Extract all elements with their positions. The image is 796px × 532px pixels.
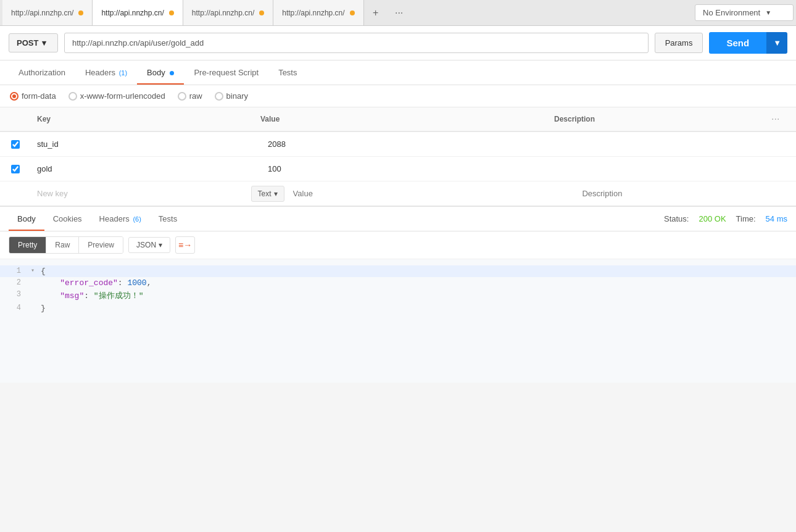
format-tab-preview[interactable]: Preview <box>79 237 123 253</box>
body-type-bar: form-data x-www-form-urlencoded raw bina… <box>0 85 796 107</box>
response-tab-cookies[interactable]: Cookies <box>44 207 91 231</box>
params-table-header: Key Value Description ··· <box>0 107 796 131</box>
col-value-header: Value <box>254 111 548 127</box>
headers-badge: (1) <box>119 69 127 77</box>
response-tab-headers[interactable]: Headers (6) <box>91 207 150 231</box>
urlencoded-label: x-www-form-urlencoded <box>80 91 165 101</box>
time-label: Time: <box>736 214 756 223</box>
line-content-3: "msg": "操作成功！" <box>41 290 143 301</box>
tab-3[interactable]: http://api.nnzhp.cn/ <box>183 0 273 25</box>
tab-body[interactable]: Body <box>137 60 184 85</box>
wrap-button[interactable]: ≡→ <box>175 236 195 254</box>
response-section: Body Cookies Headers (6) Tests Status: 2… <box>0 206 796 383</box>
tab-2[interactable]: http://api.nnzhp.cn/ <box>93 0 183 25</box>
headers-label: Headers <box>85 68 115 77</box>
row2-value: 100 <box>262 162 565 176</box>
url-input[interactable] <box>64 33 649 53</box>
response-tests-label: Tests <box>159 214 177 223</box>
tab-3-dot <box>259 10 264 15</box>
line-content-1: { <box>41 267 46 276</box>
line-content-2: "error_code": 1000, <box>41 278 151 288</box>
row1-checkbox[interactable] <box>11 140 20 149</box>
response-tab-body[interactable]: Body <box>9 207 44 231</box>
tab-1[interactable]: http://api.nnzhp.cn/ <box>2 0 93 25</box>
row1-value: 2088 <box>262 137 565 151</box>
radio-form-data-circle <box>10 92 19 101</box>
radio-raw[interactable]: raw <box>178 91 202 101</box>
method-chevron-icon: ▾ <box>42 38 46 48</box>
response-headers-label: Headers <box>99 214 130 223</box>
code-line-4: 4 } <box>0 302 796 314</box>
col-actions-header: ··· <box>771 114 796 125</box>
tab-tests[interactable]: Tests <box>268 60 307 85</box>
tab-2-label: http://api.nnzhp.cn/ <box>101 9 164 17</box>
body-label: Body <box>147 68 165 77</box>
code-viewer: 1 ▾ { 2 "error_code": 1000, 3 "msg": "操作… <box>0 259 796 383</box>
env-dropdown-button[interactable]: No Environment ▼ <box>695 4 794 21</box>
format-tab-raw[interactable]: Raw <box>46 237 79 253</box>
sub-nav: Authorization Headers (1) Body Pre-reque… <box>0 60 796 85</box>
binary-label: binary <box>226 91 248 101</box>
authorization-label: Authorization <box>19 68 65 77</box>
tab-2-dot <box>169 10 174 15</box>
send-button[interactable]: Send <box>709 32 766 54</box>
new-key-input[interactable] <box>31 185 251 202</box>
tab-4[interactable]: http://api.nnzhp.cn/ <box>273 0 363 25</box>
tab-authorization[interactable]: Authorization <box>9 60 75 85</box>
environment-selector: No Environment ▼ <box>695 4 794 21</box>
params-button[interactable]: Params <box>655 33 703 53</box>
new-key-row: Text ▾ <box>0 181 796 206</box>
status-value: 200 OK <box>699 214 726 223</box>
send-button-group: Send ▼ <box>709 32 787 54</box>
row2-desc <box>565 167 796 172</box>
radio-binary[interactable]: binary <box>215 91 248 101</box>
more-tabs-button[interactable]: ··· <box>390 4 408 22</box>
line-num-3: 3 <box>0 290 31 299</box>
line-num-1: 1 <box>0 267 31 275</box>
format-type-button[interactable]: JSON ▾ <box>128 237 170 253</box>
tab-4-label: http://api.nnzhp.cn/ <box>282 9 344 17</box>
code-line-1: 1 ▾ { <box>0 265 796 277</box>
line-content-4: } <box>41 304 46 313</box>
tab-actions: + ··· <box>367 4 408 22</box>
status-label: Status: <box>664 214 689 223</box>
row2-checkbox[interactable] <box>11 165 20 173</box>
table-row: stu_id 2088 <box>0 132 796 157</box>
col-key-header: Key <box>31 111 254 127</box>
line-num-2: 2 <box>0 278 31 287</box>
code-line-3: 3 "msg": "操作成功！" <box>0 289 796 302</box>
env-chevron-icon: ▼ <box>765 9 771 16</box>
type-select-button[interactable]: Text ▾ <box>251 186 284 202</box>
radio-form-data[interactable]: form-data <box>10 91 56 101</box>
tab-headers[interactable]: Headers (1) <box>75 60 137 85</box>
col-desc-header: Description <box>548 111 771 127</box>
add-tab-button[interactable]: + <box>367 4 385 22</box>
radio-raw-circle <box>178 92 186 101</box>
line-num-4: 4 <box>0 304 31 312</box>
radio-binary-circle <box>215 92 223 101</box>
method-select[interactable]: POST ▾ <box>9 33 58 52</box>
radio-urlencoded[interactable]: x-www-form-urlencoded <box>68 91 165 101</box>
send-dropdown-button[interactable]: ▼ <box>766 32 787 54</box>
tab-3-label: http://api.nnzhp.cn/ <box>192 9 254 17</box>
tab-1-label: http://api.nnzhp.cn/ <box>11 9 73 17</box>
new-value-input[interactable] <box>287 185 576 202</box>
row1-checkbox-cell <box>0 140 31 149</box>
code-line-2: 2 "error_code": 1000, <box>0 277 796 289</box>
response-headers-badge: (6) <box>133 215 141 223</box>
type-chevron-icon: ▾ <box>274 189 278 198</box>
response-cookies-label: Cookies <box>53 214 82 223</box>
env-label: No Environment <box>703 8 760 17</box>
response-status-bar: Status: 200 OK Time: 54 ms <box>664 214 787 223</box>
tab-pre-request-script[interactable]: Pre-request Script <box>184 60 268 85</box>
response-tab-tests[interactable]: Tests <box>150 207 186 231</box>
method-label: POST <box>17 38 38 48</box>
format-tab-pretty[interactable]: Pretty <box>9 237 46 253</box>
tab-1-dot <box>78 10 83 15</box>
format-type-label: JSON <box>136 241 156 249</box>
radio-urlencoded-circle <box>68 92 77 101</box>
type-label: Text <box>258 189 272 198</box>
new-desc-input[interactable] <box>576 185 796 202</box>
row1-key: stu_id <box>31 137 262 151</box>
line-toggle-1[interactable]: ▾ <box>31 267 41 274</box>
